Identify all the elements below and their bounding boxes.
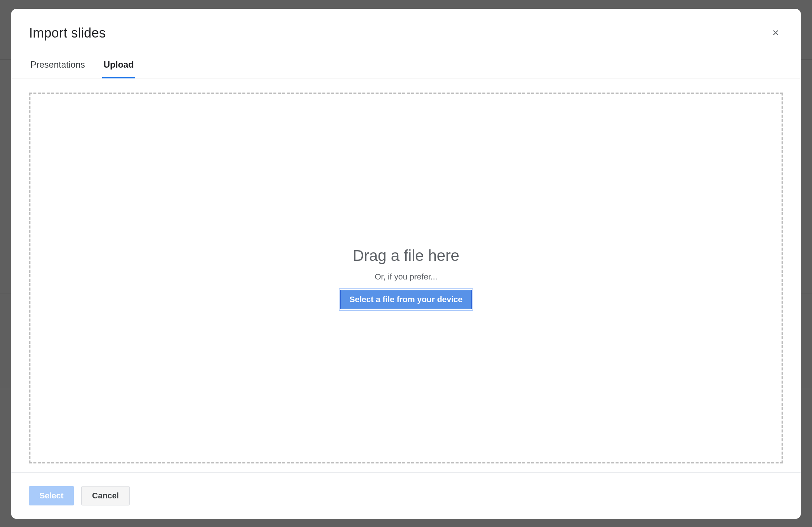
dropzone-subtitle: Or, if you prefer... xyxy=(375,272,438,282)
tabs: Presentations Upload xyxy=(11,54,801,78)
import-slides-modal: × Import slides Presentations Upload Dra… xyxy=(11,9,801,519)
close-icon: × xyxy=(772,27,779,38)
select-button[interactable]: Select xyxy=(29,486,74,505)
dropzone-title: Drag a file here xyxy=(353,247,459,265)
tab-label: Presentations xyxy=(30,59,85,69)
modal-footer: Select Cancel xyxy=(11,472,801,519)
modal-title: Import slides xyxy=(29,25,783,41)
close-button[interactable]: × xyxy=(768,25,783,40)
tab-upload[interactable]: Upload xyxy=(102,54,135,78)
file-dropzone[interactable]: Drag a file here Or, if you prefer... Se… xyxy=(29,93,783,463)
tab-label: Upload xyxy=(104,59,134,69)
modal-content: Drag a file here Or, if you prefer... Se… xyxy=(11,78,801,472)
tab-presentations[interactable]: Presentations xyxy=(29,54,87,78)
select-file-button[interactable]: Select a file from your device xyxy=(340,290,472,309)
cancel-button[interactable]: Cancel xyxy=(81,486,130,505)
modal-header: Import slides xyxy=(11,9,801,41)
